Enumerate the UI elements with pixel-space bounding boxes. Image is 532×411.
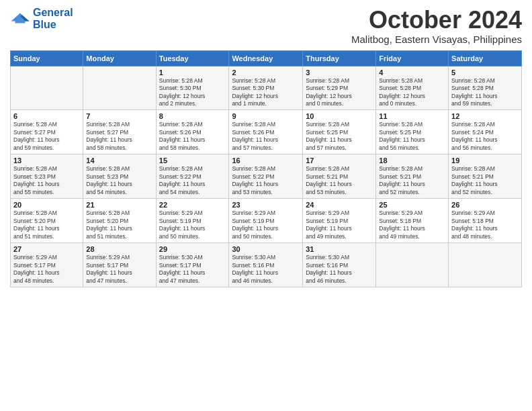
- weekday-header: Friday: [376, 50, 449, 66]
- calendar-cell: 11Sunrise: 5:28 AM Sunset: 5:25 PM Dayli…: [376, 110, 449, 154]
- calendar-cell: 25Sunrise: 5:29 AM Sunset: 5:18 PM Dayli…: [376, 199, 449, 243]
- calendar-cell: 21Sunrise: 5:28 AM Sunset: 5:20 PM Dayli…: [83, 199, 156, 243]
- calendar-cell: 27Sunrise: 5:29 AM Sunset: 5:17 PM Dayli…: [11, 243, 83, 287]
- header: General Blue October 2024 Malitbog, East…: [10, 7, 522, 45]
- day-info: Sunrise: 5:28 AM Sunset: 5:24 PM Dayligh…: [451, 121, 519, 152]
- day-info: Sunrise: 5:28 AM Sunset: 5:30 PM Dayligh…: [232, 77, 300, 108]
- calendar-week-row: 6Sunrise: 5:28 AM Sunset: 5:27 PM Daylig…: [11, 110, 522, 154]
- logo: General Blue: [10, 7, 73, 30]
- day-number: 29: [159, 245, 226, 253]
- day-number: 30: [232, 245, 300, 253]
- calendar-cell: 16Sunrise: 5:28 AM Sunset: 5:22 PM Dayli…: [229, 154, 303, 199]
- calendar-cell: 17Sunrise: 5:28 AM Sunset: 5:21 PM Dayli…: [303, 154, 376, 199]
- day-number: 20: [13, 201, 80, 209]
- calendar-week-row: 1Sunrise: 5:28 AM Sunset: 5:30 PM Daylig…: [11, 66, 522, 110]
- calendar-cell: 15Sunrise: 5:28 AM Sunset: 5:22 PM Dayli…: [156, 154, 229, 199]
- location-subtitle: Malitbog, Eastern Visayas, Philippines: [351, 34, 522, 45]
- calendar-cell: 31Sunrise: 5:30 AM Sunset: 5:16 PM Dayli…: [303, 243, 376, 287]
- calendar-cell: 26Sunrise: 5:29 AM Sunset: 5:18 PM Dayli…: [449, 199, 522, 243]
- day-number: 18: [379, 156, 445, 165]
- day-info: Sunrise: 5:30 AM Sunset: 5:16 PM Dayligh…: [232, 254, 300, 285]
- day-info: Sunrise: 5:28 AM Sunset: 5:21 PM Dayligh…: [451, 165, 519, 196]
- day-info: Sunrise: 5:28 AM Sunset: 5:26 PM Dayligh…: [232, 121, 300, 152]
- day-number: 19: [451, 156, 519, 165]
- calendar-cell: 6Sunrise: 5:28 AM Sunset: 5:27 PM Daylig…: [11, 110, 83, 154]
- day-number: 1: [159, 68, 226, 77]
- day-number: 7: [86, 112, 152, 120]
- logo-text: General Blue: [33, 7, 73, 30]
- day-info: Sunrise: 5:29 AM Sunset: 5:19 PM Dayligh…: [306, 210, 373, 240]
- day-number: 27: [13, 245, 80, 253]
- day-number: 26: [451, 201, 519, 209]
- calendar-cell: [11, 66, 83, 110]
- day-info: Sunrise: 5:28 AM Sunset: 5:23 PM Dayligh…: [86, 165, 152, 196]
- calendar-cell: 28Sunrise: 5:29 AM Sunset: 5:17 PM Dayli…: [83, 243, 156, 287]
- calendar-week-row: 13Sunrise: 5:28 AM Sunset: 5:23 PM Dayli…: [11, 154, 522, 199]
- calendar-week-row: 27Sunrise: 5:29 AM Sunset: 5:17 PM Dayli…: [11, 243, 522, 287]
- weekday-header: Wednesday: [229, 50, 303, 66]
- day-number: 31: [306, 245, 373, 253]
- day-number: 5: [451, 68, 519, 77]
- day-number: 25: [379, 201, 445, 209]
- day-number: 21: [86, 201, 152, 209]
- day-number: 6: [13, 112, 80, 120]
- day-info: Sunrise: 5:28 AM Sunset: 5:20 PM Dayligh…: [86, 210, 152, 240]
- day-number: 17: [306, 156, 373, 165]
- calendar-cell: 1Sunrise: 5:28 AM Sunset: 5:30 PM Daylig…: [156, 66, 229, 110]
- calendar-week-row: 20Sunrise: 5:28 AM Sunset: 5:20 PM Dayli…: [11, 199, 522, 243]
- day-number: 3: [306, 68, 373, 77]
- calendar-cell: 19Sunrise: 5:28 AM Sunset: 5:21 PM Dayli…: [449, 154, 522, 199]
- day-number: 9: [232, 112, 300, 120]
- day-info: Sunrise: 5:28 AM Sunset: 5:25 PM Dayligh…: [379, 121, 445, 152]
- calendar-cell: 13Sunrise: 5:28 AM Sunset: 5:23 PM Dayli…: [11, 154, 83, 199]
- weekday-header: Tuesday: [156, 50, 229, 66]
- day-number: 14: [86, 156, 152, 165]
- calendar-cell: 22Sunrise: 5:29 AM Sunset: 5:19 PM Dayli…: [156, 199, 229, 243]
- day-number: 16: [232, 156, 300, 165]
- day-info: Sunrise: 5:30 AM Sunset: 5:16 PM Dayligh…: [306, 254, 373, 285]
- weekday-header: Thursday: [303, 50, 376, 66]
- day-number: 28: [86, 245, 152, 253]
- page: General Blue October 2024 Malitbog, East…: [0, 0, 532, 411]
- svg-marker-0: [11, 13, 30, 23]
- weekday-header: Monday: [83, 50, 156, 66]
- calendar-cell: 5Sunrise: 5:28 AM Sunset: 5:28 PM Daylig…: [449, 66, 522, 110]
- weekday-header: Saturday: [449, 50, 522, 66]
- day-info: Sunrise: 5:28 AM Sunset: 5:27 PM Dayligh…: [13, 121, 80, 152]
- day-number: 12: [451, 112, 519, 120]
- calendar-cell: [449, 243, 522, 287]
- calendar-header-row: SundayMondayTuesdayWednesdayThursdayFrid…: [11, 50, 522, 66]
- day-number: 15: [159, 156, 226, 165]
- day-number: 23: [232, 201, 300, 209]
- day-info: Sunrise: 5:29 AM Sunset: 5:19 PM Dayligh…: [159, 210, 226, 240]
- calendar-cell: [83, 66, 156, 110]
- day-info: Sunrise: 5:28 AM Sunset: 5:22 PM Dayligh…: [232, 165, 300, 196]
- calendar-cell: 3Sunrise: 5:28 AM Sunset: 5:29 PM Daylig…: [303, 66, 376, 110]
- calendar-cell: 30Sunrise: 5:30 AM Sunset: 5:16 PM Dayli…: [229, 243, 303, 287]
- day-info: Sunrise: 5:28 AM Sunset: 5:22 PM Dayligh…: [159, 165, 226, 196]
- day-info: Sunrise: 5:28 AM Sunset: 5:23 PM Dayligh…: [13, 165, 80, 196]
- calendar-cell: [376, 243, 449, 287]
- calendar-table: SundayMondayTuesdayWednesdayThursdayFrid…: [10, 50, 522, 287]
- day-info: Sunrise: 5:28 AM Sunset: 5:21 PM Dayligh…: [306, 165, 373, 196]
- calendar-cell: 14Sunrise: 5:28 AM Sunset: 5:23 PM Dayli…: [83, 154, 156, 199]
- day-info: Sunrise: 5:28 AM Sunset: 5:27 PM Dayligh…: [86, 121, 152, 152]
- day-info: Sunrise: 5:29 AM Sunset: 5:18 PM Dayligh…: [379, 210, 445, 240]
- calendar-cell: 20Sunrise: 5:28 AM Sunset: 5:20 PM Dayli…: [11, 199, 83, 243]
- day-info: Sunrise: 5:30 AM Sunset: 5:17 PM Dayligh…: [159, 254, 226, 285]
- calendar-cell: 8Sunrise: 5:28 AM Sunset: 5:26 PM Daylig…: [156, 110, 229, 154]
- calendar-cell: 18Sunrise: 5:28 AM Sunset: 5:21 PM Dayli…: [376, 154, 449, 199]
- day-number: 8: [159, 112, 226, 120]
- day-info: Sunrise: 5:28 AM Sunset: 5:25 PM Dayligh…: [306, 121, 373, 152]
- month-title: October 2024: [351, 7, 522, 34]
- day-info: Sunrise: 5:28 AM Sunset: 5:29 PM Dayligh…: [306, 77, 373, 108]
- calendar-cell: 12Sunrise: 5:28 AM Sunset: 5:24 PM Dayli…: [449, 110, 522, 154]
- title-area: October 2024 Malitbog, Eastern Visayas, …: [351, 7, 522, 45]
- calendar-cell: 7Sunrise: 5:28 AM Sunset: 5:27 PM Daylig…: [83, 110, 156, 154]
- day-number: 11: [379, 112, 445, 120]
- day-info: Sunrise: 5:28 AM Sunset: 5:30 PM Dayligh…: [159, 77, 226, 108]
- weekday-header: Sunday: [11, 50, 83, 66]
- day-number: 10: [306, 112, 373, 120]
- day-number: 22: [159, 201, 226, 209]
- calendar-cell: 23Sunrise: 5:29 AM Sunset: 5:19 PM Dayli…: [229, 199, 303, 243]
